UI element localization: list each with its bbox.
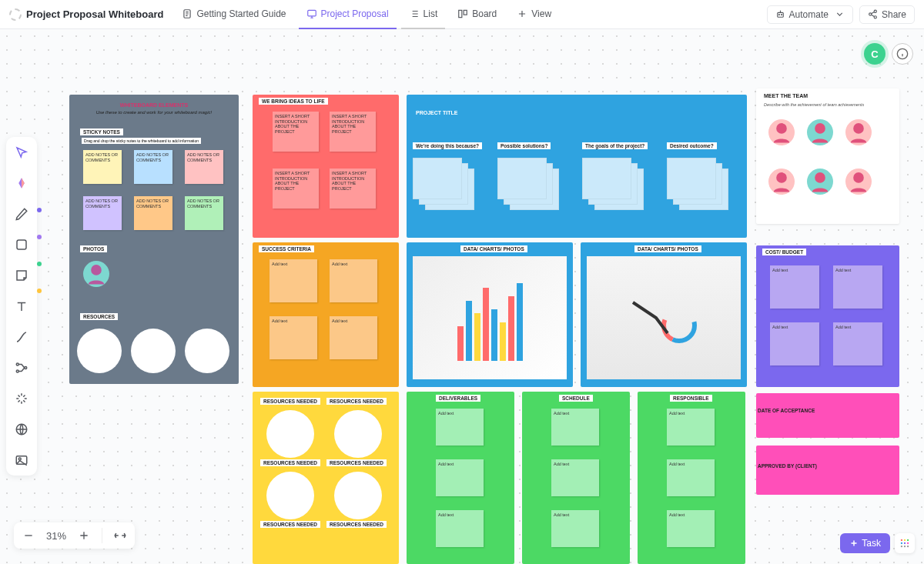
tab-add-view[interactable]: View [509,0,559,29]
sticky-note[interactable]: ADD NOTES OR COMMENTS [185,196,223,230]
tab-board[interactable]: Board [450,0,504,29]
diamond-tool[interactable] [11,172,32,194]
sparkle-tool[interactable] [11,388,32,409]
resource-circle[interactable] [266,410,314,458]
sticky-note[interactable]: Add text [436,409,484,446]
resource-circle[interactable] [266,472,314,519]
project-panel[interactable]: PROJECT TITLE We're doing this because? … [407,95,747,238]
sticky-note[interactable]: Add text [667,409,715,446]
color-dot-3 [37,262,42,266]
sticky-note[interactable]: INSERT A SHORT INTRODUCTION ABOUT THE PR… [273,112,319,152]
svg-point-31 [776,172,787,183]
approved-panel[interactable]: APPROVED BY (CLIENT) [756,446,899,495]
sticky-note[interactable]: INSERT A SHORT INTRODUCTION ABOUT THE PR… [273,169,319,209]
sticky-note[interactable]: INSERT A SHORT INTRODUCTION ABOUT THE PR… [330,169,376,209]
deliverables-panel[interactable]: DELIVERABLES Add text Add text Add text [407,392,514,564]
sticky-note[interactable]: Add text [330,259,377,302]
data1-panel[interactable]: DATA/ CHARTS/ PHOTOS [407,242,573,387]
sticky-note[interactable]: Add text [330,316,377,359]
res-label-4: RESOURCES NEEDED [326,459,387,466]
team-avatar[interactable] [768,119,795,145]
data1-title: DATA/ CHARTS/ PHOTOS [460,245,527,252]
cost-title: COST/ BUDGET [762,249,806,255]
note-stack[interactable] [497,158,561,213]
sticky-note[interactable]: Add text [833,322,882,365]
help-button[interactable] [892,43,913,65]
sticky-note[interactable]: INSERT A SHORT INTRODUCTION ABOUT THE PR… [330,112,376,152]
resource-circle[interactable] [131,329,176,373]
branch-tool[interactable] [11,357,32,379]
responsible-panel[interactable]: RESPONSIBLE Add text Add text Add text [638,392,745,564]
resources-panel[interactable]: RESOURCES NEEDED RESOURCES NEEDED RESOUR… [253,392,399,564]
resource-circle[interactable] [334,410,382,458]
cursor-tool[interactable] [11,142,32,163]
image-tool[interactable] [11,449,32,471]
sticky-tool[interactable] [11,265,32,286]
schedule-panel[interactable]: SCHEDULE Add text Add text Add text [522,392,630,564]
sticky-note[interactable]: Add text [436,459,484,496]
whiteboard-canvas[interactable]: C 31% Task [0,29,924,564]
svg-point-9 [874,16,876,18]
sticky-note[interactable]: Add text [770,265,819,309]
team-panel[interactable]: MEET THE TEAM Describe with the achievem… [756,88,899,224]
svg-point-12 [16,363,18,365]
success-panel[interactable]: SUCCESS CRITERIA Add text Add text Add t… [253,242,399,387]
tab-list[interactable]: List [401,0,446,29]
text-tool[interactable] [11,295,32,317]
tool-strip [6,137,37,476]
ideas-panel[interactable]: WE BRING IDEAS TO LIFE INSERT A SHORT IN… [253,95,399,238]
sticky-note[interactable]: ADD NOTES OR COMMENTS [185,150,223,184]
svg-rect-2 [459,10,462,17]
sticky-note[interactable]: Add text [551,459,599,496]
share-button[interactable]: Share [859,5,915,24]
svg-point-28 [776,123,787,134]
cost-panel[interactable]: COST/ BUDGET Add text Add text Add text … [756,245,899,387]
zoom-out-button[interactable] [20,527,37,544]
elements-panel[interactable]: WHITEBOARD ELEMENTS Use these to create … [69,95,239,384]
sticky-note[interactable]: Add text [667,459,715,496]
sticky-note[interactable]: Add text [551,510,599,547]
svg-point-7 [874,10,876,12]
chart-image[interactable] [413,256,567,379]
sticky-note[interactable]: Add text [833,265,882,309]
note-stack[interactable] [582,158,645,213]
sticky-note[interactable]: ADD NOTES OR COMMENTS [134,150,172,184]
connector-tool[interactable] [11,326,32,348]
sticky-note[interactable]: Add text [270,259,317,302]
team-avatar[interactable] [768,169,795,195]
note-stack[interactable] [667,158,730,213]
whiteboard-icon [306,8,317,19]
sticky-note[interactable]: Add text [270,316,317,359]
team-avatar[interactable] [807,119,833,145]
svg-point-26 [907,546,909,547]
tab-guide[interactable]: Getting Started Guide [174,0,293,29]
shape-tool[interactable] [11,234,32,255]
resource-circle[interactable] [334,472,382,519]
note-stack[interactable] [413,158,476,213]
chart-image-hand[interactable] [587,256,741,379]
user-avatar[interactable]: C [864,43,886,65]
automate-button[interactable]: Automate [767,5,853,24]
avatar-placeholder[interactable] [83,261,109,287]
sticky-note[interactable]: Add text [770,322,819,365]
svg-point-32 [815,172,825,183]
resource-circle[interactable] [77,329,122,373]
sticky-note[interactable]: ADD NOTES OR COMMENTS [83,150,122,184]
sticky-note[interactable]: Add text [551,409,599,446]
team-avatar[interactable] [845,169,872,195]
pen-tool[interactable] [11,203,32,225]
tab-proposal[interactable]: Project Proposal [299,0,397,29]
resource-circle[interactable] [185,329,229,373]
sticky-note[interactable]: Add text [436,510,484,547]
color-dot-1 [37,208,42,212]
acceptance-panel[interactable]: DATE OF ACCEPTANCE [756,393,899,438]
data2-panel[interactable]: DATA/ CHARTS/ PHOTOS [581,242,747,387]
sticky-note[interactable]: Add text [667,510,715,547]
sticky-note[interactable]: ADD NOTES OR COMMENTS [134,196,172,230]
team-avatar[interactable] [807,169,833,195]
sticky-note[interactable]: ADD NOTES OR COMMENTS [83,196,122,230]
team-avatar[interactable] [845,119,872,145]
web-tool[interactable] [11,419,32,440]
zoom-value: 31% [46,530,66,542]
color-dot-4 [37,289,42,293]
